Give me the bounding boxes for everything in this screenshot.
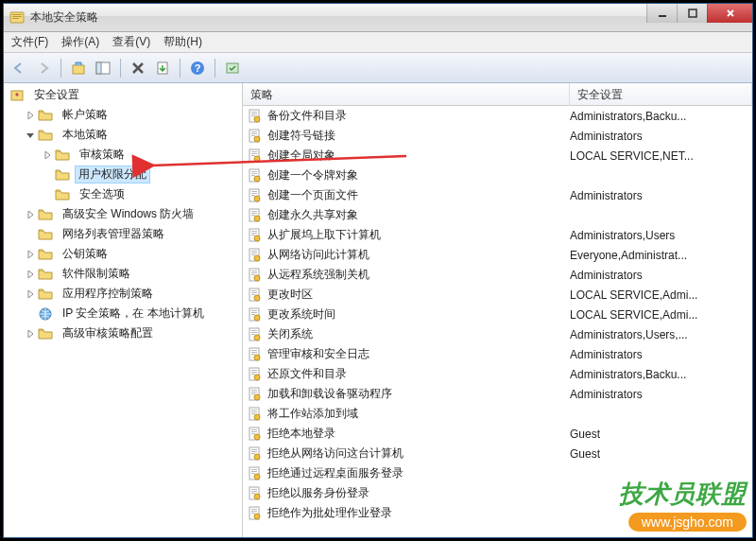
policy-icon bbox=[247, 427, 262, 442]
policy-row[interactable]: 创建一个令牌对象 bbox=[243, 166, 752, 185]
forward-button[interactable] bbox=[32, 57, 55, 79]
expander-icon[interactable] bbox=[25, 130, 36, 141]
expander-icon[interactable] bbox=[25, 209, 36, 220]
svg-point-79 bbox=[254, 355, 260, 360]
expander-icon[interactable] bbox=[25, 328, 36, 340]
svg-point-24 bbox=[254, 136, 260, 142]
up-button[interactable] bbox=[67, 57, 90, 79]
policy-row[interactable]: 拒绝从网络访问这台计算机Guest bbox=[243, 444, 752, 463]
svg-rect-16 bbox=[251, 112, 257, 113]
svg-rect-18 bbox=[251, 115, 255, 116]
policy-row[interactable]: 管理审核和安全日志Administrators bbox=[243, 344, 752, 364]
expander-icon[interactable] bbox=[42, 189, 53, 201]
policy-name: 创建一个令牌对象 bbox=[267, 167, 570, 183]
policy-name: 管理审核和安全日志 bbox=[267, 346, 570, 362]
policy-row[interactable]: 从网络访问此计算机Everyone,Administrat... bbox=[243, 245, 752, 265]
help-button[interactable]: ? bbox=[186, 57, 209, 79]
show-hide-tree-button[interactable] bbox=[92, 57, 114, 79]
svg-rect-61 bbox=[251, 290, 257, 291]
svg-point-99 bbox=[254, 434, 260, 440]
tree-item[interactable]: 本地策略 bbox=[4, 125, 242, 145]
svg-rect-0 bbox=[10, 12, 24, 23]
policy-name: 从远程系统强制关机 bbox=[267, 267, 570, 283]
policy-row[interactable]: 更改时区LOCAL SERVICE,Admi... bbox=[243, 285, 752, 305]
svg-point-54 bbox=[254, 255, 260, 261]
tree-item[interactable]: 帐户策略 bbox=[4, 105, 242, 125]
tree-item[interactable]: 应用程序控制策略 bbox=[4, 284, 242, 304]
svg-rect-116 bbox=[251, 509, 257, 510]
policy-row[interactable]: 创建永久共享对象 bbox=[243, 205, 752, 225]
expander-icon[interactable] bbox=[42, 149, 53, 161]
tree-item-label: 安全选项 bbox=[76, 186, 129, 202]
tree-item[interactable]: 高级审核策略配置 bbox=[4, 323, 242, 343]
tree-item[interactable]: 审核策略 bbox=[4, 145, 242, 165]
minimize-button[interactable] bbox=[646, 4, 677, 23]
policy-row[interactable]: 更改系统时间LOCAL SERVICE,Admi... bbox=[243, 305, 752, 324]
policy-row[interactable]: 创建符号链接Administrators bbox=[243, 126, 752, 146]
expander-icon[interactable] bbox=[25, 269, 36, 280]
menu-action[interactable]: 操作(A) bbox=[61, 34, 99, 50]
policy-icon bbox=[247, 466, 262, 481]
back-button[interactable] bbox=[8, 57, 30, 79]
policy-row[interactable]: 加载和卸载设备驱动程序Administrators bbox=[243, 384, 752, 404]
tree-root-label: 安全设置 bbox=[30, 87, 83, 103]
expander-icon[interactable] bbox=[25, 308, 36, 320]
svg-rect-88 bbox=[251, 393, 255, 394]
menu-view[interactable]: 查看(V) bbox=[112, 34, 150, 50]
policy-row[interactable]: 关闭系统Administrators,Users,... bbox=[243, 324, 752, 344]
policy-icon bbox=[247, 188, 262, 203]
expander-icon[interactable] bbox=[25, 288, 36, 300]
expander-icon[interactable] bbox=[25, 110, 36, 121]
export-button[interactable] bbox=[151, 57, 174, 79]
svg-rect-73 bbox=[251, 334, 255, 335]
tree-item[interactable]: 公钥策略 bbox=[4, 244, 242, 264]
svg-rect-31 bbox=[251, 171, 257, 172]
policy-icon bbox=[247, 109, 262, 124]
menu-file[interactable]: 文件(F) bbox=[11, 34, 48, 50]
svg-rect-8 bbox=[96, 62, 101, 74]
menu-help[interactable]: 帮助(H) bbox=[163, 34, 202, 50]
expander-icon[interactable] bbox=[25, 229, 36, 240]
column-setting[interactable]: 安全设置 bbox=[570, 83, 752, 105]
policy-row[interactable]: 创建全局对象LOCAL SERVICE,NET... bbox=[243, 146, 752, 166]
tree-item[interactable]: IP 安全策略，在 本地计算机 bbox=[4, 304, 242, 323]
policy-row[interactable]: 拒绝通过远程桌面服务登录 bbox=[243, 463, 752, 483]
policy-setting: Administrators bbox=[570, 189, 752, 202]
column-policy[interactable]: 策略 bbox=[243, 83, 570, 105]
svg-point-114 bbox=[254, 494, 260, 499]
tree-item[interactable]: 软件限制策略 bbox=[4, 264, 242, 284]
close-button[interactable] bbox=[707, 4, 752, 23]
policy-icon bbox=[247, 407, 262, 422]
expander-icon[interactable] bbox=[42, 169, 53, 181]
tree-item[interactable]: 高级安全 Windows 防火墙 bbox=[4, 204, 242, 224]
refresh-button[interactable] bbox=[221, 57, 244, 79]
tree-root-node[interactable]: 安全设置 bbox=[4, 85, 242, 105]
policy-row[interactable]: 备份文件和目录Administrators,Backu... bbox=[243, 106, 752, 126]
delete-button[interactable] bbox=[127, 57, 149, 79]
tree-item[interactable]: 网络列表管理器策略 bbox=[4, 224, 242, 244]
tree-item[interactable]: 安全选项 bbox=[4, 184, 242, 204]
policy-row[interactable]: 拒绝以服务身份登录 bbox=[243, 483, 752, 503]
maximize-button[interactable] bbox=[677, 4, 707, 23]
policy-setting: Everyone,Administrat... bbox=[570, 249, 752, 262]
policy-icon bbox=[247, 367, 262, 382]
list-body[interactable]: 备份文件和目录Administrators,Backu...创建符号链接Admi… bbox=[243, 106, 752, 537]
folder-icon bbox=[38, 227, 53, 242]
toolbar: ? bbox=[4, 53, 752, 83]
tree-item[interactable]: 用户权限分配 bbox=[4, 165, 242, 184]
policy-setting: Administrators bbox=[570, 388, 752, 401]
expander-icon[interactable] bbox=[25, 249, 36, 260]
policy-row[interactable]: 拒绝作为批处理作业登录 bbox=[243, 503, 752, 523]
list-header: 策略 安全设置 bbox=[243, 83, 752, 106]
policy-row[interactable]: 从远程系统强制关机Administrators bbox=[243, 265, 752, 285]
policy-row[interactable]: 创建一个页面文件Administrators bbox=[243, 185, 752, 205]
policy-icon bbox=[247, 347, 262, 362]
menubar: 文件(F) 操作(A) 查看(V) 帮助(H) bbox=[4, 32, 752, 53]
svg-point-89 bbox=[254, 394, 260, 400]
policy-row[interactable]: 从扩展坞上取下计算机Administrators,Users bbox=[243, 225, 752, 245]
tree-panel[interactable]: 安全设置 帐户策略本地策略审核策略用户权限分配安全选项高级安全 Windows … bbox=[4, 83, 243, 537]
policy-row[interactable]: 将工作站添加到域 bbox=[243, 404, 752, 424]
svg-rect-106 bbox=[251, 469, 257, 470]
policy-row[interactable]: 还原文件和目录Administrators,Backu... bbox=[243, 364, 752, 384]
policy-row[interactable]: 拒绝本地登录Guest bbox=[243, 424, 752, 444]
